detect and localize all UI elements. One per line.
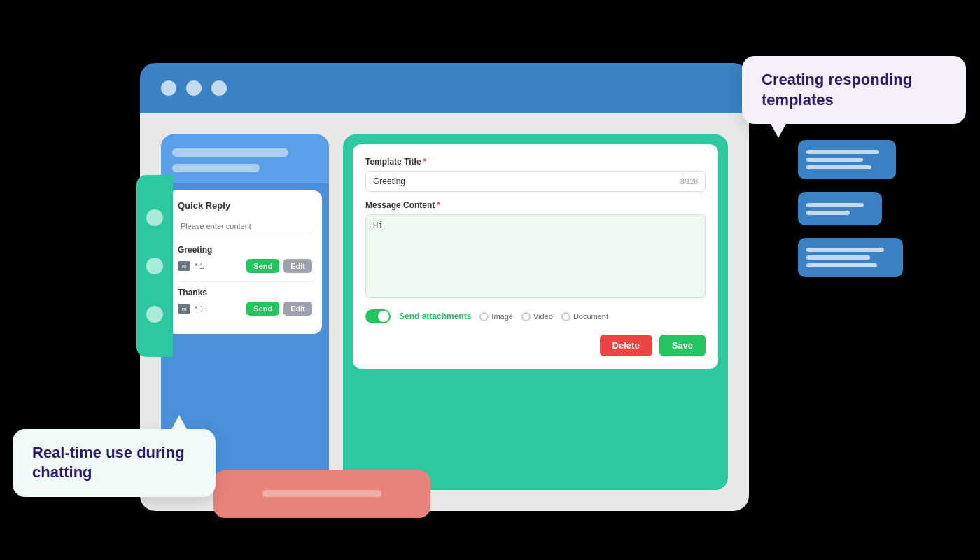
save-button[interactable]: Save	[659, 335, 706, 356]
panel-bar-1	[172, 148, 288, 157]
scene: Creating responding templates	[0, 0, 980, 560]
delete-button[interactable]: Delete	[600, 335, 652, 356]
sidebar-dot-2	[146, 258, 163, 274]
title-input-row: Greeting 8/128	[365, 171, 706, 192]
template-form-card: Template Title * Greeting 8/128 Message …	[353, 144, 718, 369]
deco-left-sidebar	[136, 175, 173, 357]
deco-pink-bar	[214, 470, 430, 518]
attachments-row: Send attachments Image Video Document	[365, 309, 706, 323]
radio-video[interactable]	[522, 312, 531, 321]
template-greeting-actions: m * 1 Send Edit	[178, 259, 312, 273]
attachments-label: Send attachments	[399, 312, 471, 321]
content-label: Message Content *	[365, 200, 706, 210]
deco-right-blocks	[798, 140, 903, 277]
browser-titlebar	[140, 63, 749, 113]
speech-bubble-left-text: Real-time use during chatting	[32, 444, 185, 482]
title-required-star: *	[424, 157, 427, 167]
radio-document[interactable]	[561, 312, 570, 321]
deco-blue-block-3	[798, 238, 903, 277]
template-greeting-icon: m	[178, 261, 190, 271]
radio-image-label: Image	[491, 312, 513, 321]
browser-window: Quick Reply Greeting m * 1 Send Edit	[140, 63, 749, 511]
radio-image[interactable]	[479, 312, 489, 321]
panel-bar-2	[172, 164, 260, 172]
template-item-thanks: Thanks m * 1 Send Edit	[178, 288, 312, 316]
message-content-textarea[interactable]: Hi	[365, 214, 706, 298]
window-dot-1	[161, 80, 176, 96]
template-thanks-send[interactable]: Send	[246, 302, 279, 316]
title-label: Template Title *	[365, 157, 706, 167]
content-required-star: *	[437, 200, 440, 210]
sidebar-dot-3	[146, 306, 163, 323]
divider-1	[178, 281, 312, 282]
window-dot-2	[186, 80, 202, 96]
speech-bubble-right: Creating responding templates	[742, 56, 966, 124]
window-dot-3	[211, 80, 227, 96]
template-thanks-actions: m * 1 Send Edit	[178, 302, 312, 316]
radio-document-label: Document	[573, 312, 608, 321]
quick-reply-search[interactable]	[178, 218, 312, 235]
template-greeting-send[interactable]: Send	[246, 259, 279, 273]
quick-reply-card: Quick Reply Greeting m * 1 Send Edit	[168, 190, 322, 334]
template-thanks-count: * 1	[195, 304, 204, 313]
template-greeting-edit[interactable]: Edit	[284, 259, 312, 273]
template-form-panel: Template Title * Greeting 8/128 Message …	[343, 134, 728, 490]
speech-bubble-left: Real-time use during chatting	[13, 429, 216, 497]
template-thanks-edit[interactable]: Edit	[284, 302, 312, 316]
template-greeting-count: * 1	[195, 262, 204, 270]
title-char-count: 8/128	[680, 178, 698, 186]
sidebar-dot-1	[146, 209, 163, 226]
speech-bubble-right-text: Creating responding templates	[762, 71, 912, 108]
radio-video-label: Video	[533, 312, 553, 321]
radio-video-group: Video	[522, 312, 553, 321]
title-input-value: Greeting	[373, 176, 405, 186]
deco-blue-block-1	[798, 140, 896, 179]
panel-top-bars	[161, 134, 329, 183]
attachments-toggle[interactable]	[365, 309, 391, 323]
template-greeting-name: Greeting	[178, 245, 312, 255]
form-footer: Delete Save	[365, 335, 706, 356]
quick-reply-title: Quick Reply	[178, 200, 312, 211]
deco-blue-block-2	[798, 192, 882, 225]
template-thanks-name: Thanks	[178, 288, 312, 298]
browser-body: Quick Reply Greeting m * 1 Send Edit	[140, 113, 749, 511]
toggle-knob	[378, 311, 389, 322]
template-item-greeting: Greeting m * 1 Send Edit	[178, 245, 312, 273]
template-thanks-icon: m	[178, 304, 190, 314]
radio-image-group: Image	[479, 312, 513, 321]
radio-document-group: Document	[561, 312, 608, 321]
